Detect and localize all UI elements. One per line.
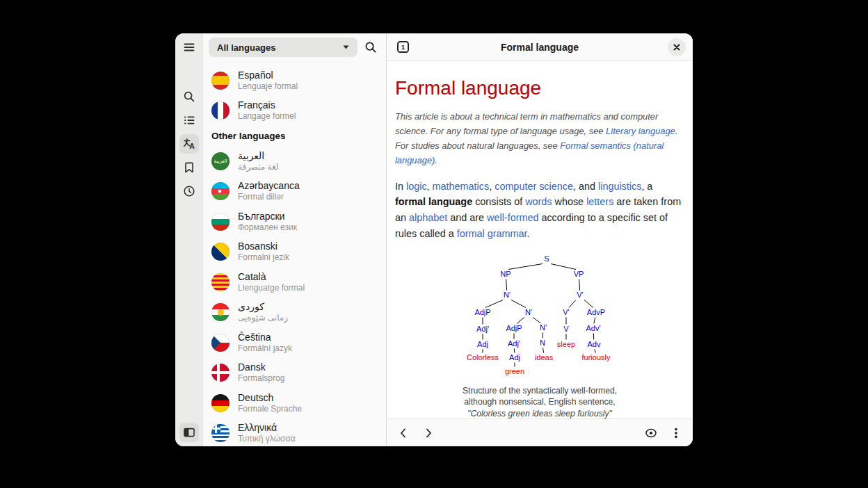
- svg-text:V: V: [563, 325, 569, 333]
- article-paragraph: In logic, mathematics, computer science,…: [395, 179, 684, 242]
- forward-button[interactable]: [420, 425, 437, 441]
- rail-search-button[interactable]: [179, 87, 199, 106]
- language-flag-icon: [211, 182, 230, 200]
- text-run: .: [435, 155, 437, 165]
- language-flag-icon: [211, 364, 230, 382]
- article-header-title: Formal language: [501, 42, 579, 53]
- language-flag-icon: [211, 273, 230, 291]
- language-flag-icon: [211, 72, 230, 90]
- text-run: , a: [641, 181, 652, 192]
- article-link[interactable]: well-formed: [487, 212, 538, 223]
- svg-text:Colorless: Colorless: [467, 353, 499, 361]
- language-flag-icon: [211, 101, 230, 120]
- text-run: and are: [447, 212, 487, 223]
- language-item[interactable]: Català Llenguatge formal: [203, 267, 386, 298]
- article-link[interactable]: logic: [406, 181, 427, 192]
- translate-icon: A: [182, 137, 196, 151]
- svg-text:sleep: sleep: [557, 340, 575, 348]
- sidebar-toggle-button[interactable]: [179, 423, 199, 442]
- article-link[interactable]: mathematics: [433, 181, 490, 192]
- language-title: Български: [238, 211, 297, 222]
- language-title: Deutsch: [238, 392, 302, 404]
- text-run: although nonsensical, English sentence,: [464, 397, 616, 407]
- svg-text:A: A: [189, 142, 195, 150]
- language-item[interactable]: Español Lenguaje formal: [203, 65, 386, 96]
- rail-history-button[interactable]: [179, 181, 199, 201]
- language-item[interactable]: العربية لغة متصرفة: [203, 146, 386, 177]
- icon-rail: A: [175, 33, 203, 446]
- language-title: Ελληνικά: [238, 422, 296, 434]
- rail-languages-button[interactable]: A: [179, 134, 199, 154]
- language-panel: All languages Español Lenguaje formal Fr…: [203, 33, 387, 446]
- reader-view-button[interactable]: [643, 425, 659, 441]
- language-title: Azərbaycanca: [238, 180, 300, 192]
- language-flag-icon: [211, 394, 230, 412]
- syntax-tree-diagram: SNPVPN'V'AdjPN'V'AdvPAdj'AdjPN'VAdv'AdjA…: [460, 251, 627, 382]
- language-item[interactable]: Français Langage formel: [203, 96, 386, 127]
- syntax-tree-figure[interactable]: SNPVPN'V'AdjPN'V'AdvPAdj'AdjPN'VAdv'AdjA…: [395, 251, 684, 418]
- svg-text:AdjP: AdjP: [506, 324, 522, 332]
- language-flag-icon: [211, 424, 230, 442]
- svg-text:Adj: Adj: [509, 353, 520, 361]
- search-icon: [364, 40, 378, 54]
- language-flag-icon: [211, 213, 230, 231]
- article-link[interactable]: formal grammar: [457, 228, 527, 239]
- language-subtitle: Llenguatge formal: [238, 283, 305, 293]
- article-link[interactable]: computer science: [495, 181, 573, 192]
- text-run: whose: [552, 196, 587, 207]
- language-title: العربية: [238, 150, 278, 162]
- language-item[interactable]: Deutsch Formale Sprache: [203, 388, 386, 418]
- forward-icon: [421, 426, 435, 440]
- search-icon: [182, 90, 196, 104]
- language-title: Català: [238, 271, 305, 283]
- svg-text:Adj: Adj: [477, 340, 488, 348]
- language-list[interactable]: Español Lenguaje formal Français Langage…: [203, 61, 386, 446]
- language-subtitle: Formal dillər: [238, 192, 300, 202]
- language-group-header: Other languages: [203, 126, 386, 146]
- rail-toc-button[interactable]: [179, 111, 199, 130]
- article-link[interactable]: letters: [586, 196, 613, 207]
- language-item[interactable]: Dansk Formalsprog: [203, 358, 386, 389]
- text-run: formal language: [395, 196, 472, 207]
- language-filter-value: All languages: [217, 42, 276, 53]
- hatnote: This article is about a technical term i…: [395, 109, 684, 168]
- sidebar-toggle-icon: [182, 425, 196, 439]
- svg-text:N': N': [525, 308, 532, 316]
- eye-icon: [644, 426, 658, 440]
- article-link[interactable]: alphabet: [409, 212, 447, 223]
- language-filter-dropdown[interactable]: All languages: [209, 38, 357, 57]
- menu-button[interactable]: [668, 425, 684, 441]
- article-link[interactable]: words: [525, 196, 552, 207]
- text-run: Structure of the syntactically well-form…: [463, 386, 617, 396]
- language-item[interactable]: Ελληνικά Τυπική γλώσσα: [203, 418, 386, 447]
- svg-text:V': V': [563, 308, 569, 316]
- language-search-button[interactable]: [361, 38, 380, 57]
- language-item[interactable]: كوردی زمانی شێوەیی: [203, 298, 386, 328]
- back-button[interactable]: [395, 425, 412, 441]
- language-item[interactable]: Čeština Formální jazyk: [203, 327, 386, 358]
- svg-text:AdvP: AdvP: [587, 308, 605, 316]
- rail-bookmarks-button[interactable]: [179, 158, 199, 177]
- text-run: In: [395, 181, 406, 192]
- article-content[interactable]: Formal language This article is about a …: [387, 61, 693, 418]
- figure-caption: Structure of the syntactically well-form…: [463, 385, 617, 418]
- tab-overview-button[interactable]: 1: [394, 38, 412, 56]
- svg-text:furiously: furiously: [582, 353, 611, 361]
- language-item[interactable]: Български Формален език: [203, 206, 386, 237]
- svg-text:green: green: [505, 367, 524, 375]
- svg-text:1: 1: [401, 43, 405, 51]
- hamburger-menu-button[interactable]: [179, 38, 199, 57]
- language-subtitle: Τυπική γλώσσα: [238, 434, 296, 444]
- svg-text:Adj': Adj': [508, 339, 520, 348]
- svg-text:V': V': [577, 291, 583, 299]
- close-button[interactable]: [668, 38, 686, 56]
- article-link[interactable]: linguistics: [598, 181, 641, 192]
- language-item[interactable]: Azərbaycanca Formal dillər: [203, 177, 386, 207]
- language-subtitle: Lenguaje formal: [238, 81, 298, 92]
- language-title: كوردی: [238, 301, 288, 313]
- svg-text:ideas: ideas: [535, 353, 554, 361]
- svg-text:NP: NP: [500, 270, 511, 278]
- article-link[interactable]: Literary language: [606, 126, 675, 136]
- svg-text:AdjP: AdjP: [474, 308, 490, 316]
- language-item[interactable]: Bosanski Formalni jezik: [203, 237, 386, 268]
